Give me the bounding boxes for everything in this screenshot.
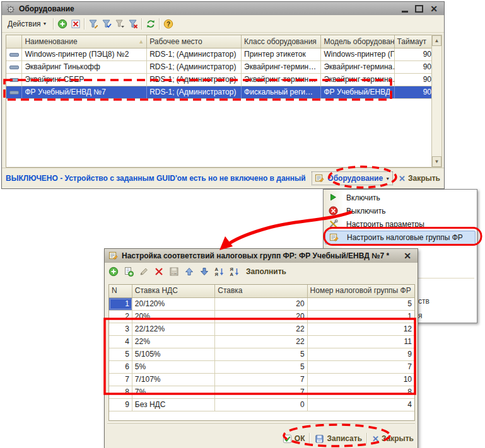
column-header-label: Номер налоговой группы ФР xyxy=(310,286,411,295)
tax-row[interactable]: 4 22% 22 11 xyxy=(109,336,414,348)
column-header-workplace[interactable]: Рабочее место xyxy=(147,35,242,48)
equipment-window: Оборудование ✕ Действия ▼ xyxy=(1,1,445,189)
scroll-up-icon[interactable]: ▲ xyxy=(432,35,441,46)
floppy-icon xyxy=(315,434,324,444)
refresh-icon[interactable] xyxy=(146,19,156,29)
move-up-icon[interactable] xyxy=(184,267,194,277)
close-window-button[interactable]: ✕ Закрыть xyxy=(399,174,440,183)
toolbar-separator xyxy=(159,18,160,30)
tax-row[interactable]: 3 22/122% 22 12 xyxy=(109,323,414,336)
column-header-vat-rate[interactable]: Ставка НДС xyxy=(132,285,215,297)
tax-row[interactable]: 1 20/120% 20 5 xyxy=(109,298,414,311)
filter-set-icon[interactable] xyxy=(102,19,112,29)
add-row-icon[interactable] xyxy=(108,267,119,277)
dialog-toolbar: ГОН АЯ ЯА Заполнить xyxy=(105,263,418,280)
end-edit-icon[interactable]: ГОН xyxy=(169,267,179,277)
ok-button-label: ОК xyxy=(295,434,305,443)
cell-timeout: 90 xyxy=(395,74,434,86)
edit-row-icon[interactable] xyxy=(139,267,149,277)
svg-text:?: ? xyxy=(166,20,170,27)
filter-sort-icon[interactable] xyxy=(88,19,98,29)
column-header-timeout[interactable]: Таймаут xyxy=(395,35,434,48)
column-header-label: Класс оборудования xyxy=(244,35,317,48)
tax-row[interactable]: 5 5/105% 5 9 xyxy=(109,348,414,361)
tax-row[interactable]: 2 20% 20 1 xyxy=(109,311,414,323)
dialog-buttons: ОК Записать ✕ Закрыть xyxy=(283,433,414,444)
tax-row[interactable]: 6 5% 5 7 xyxy=(109,361,414,374)
sort-ascending-icon[interactable]: АЯ xyxy=(214,267,225,277)
cell-n: 4 xyxy=(109,336,132,348)
cell-name: Эквайринг Тинькофф xyxy=(22,61,147,73)
menu-item-enable[interactable]: Включить xyxy=(325,191,476,204)
cell-tax-group: 11 xyxy=(308,336,414,348)
table-row-selected[interactable]: ФР Учебный/ЕНВД №7 RDS-1; (Администратор… xyxy=(6,86,434,99)
cell-rate: 0 xyxy=(215,399,307,411)
cell-vat-rate: 20/120% xyxy=(132,298,215,310)
menu-item-configure-params[interactable]: Настроить параметры xyxy=(325,217,476,231)
row-marker-cell xyxy=(6,86,22,98)
move-down-icon[interactable] xyxy=(199,267,209,277)
row-marker-cell xyxy=(6,74,22,86)
save-button[interactable]: Записать xyxy=(315,434,362,444)
column-header-label: Наименование xyxy=(25,35,77,48)
column-header-class[interactable]: Класс оборудования xyxy=(242,35,321,48)
cell-workplace: RDS-1; (Администратор) xyxy=(147,74,242,86)
actions-menu-button[interactable]: Действия ▼ xyxy=(5,18,50,30)
ok-button[interactable]: ОК xyxy=(283,434,305,444)
help-icon[interactable]: ? xyxy=(163,19,173,29)
column-header-rate[interactable]: Ставка xyxy=(215,285,307,297)
delete-row-icon[interactable] xyxy=(154,267,164,277)
menu-item-configure-tax-groups[interactable]: Настроить налоговые группы ФР xyxy=(325,231,476,244)
cell-class: Принтер этикеток xyxy=(242,49,321,60)
tax-row[interactable]: 8 7% 7 8 xyxy=(109,386,414,399)
cell-n: 5 xyxy=(109,348,132,360)
cell-n: 9 xyxy=(109,399,132,411)
minimize-icon[interactable] xyxy=(402,11,408,13)
column-header-label: Ставка НДС xyxy=(135,286,178,295)
dialog-close-button[interactable]: ✕ Закрыть xyxy=(372,434,414,444)
scroll-down-icon[interactable]: ▼ xyxy=(432,156,441,167)
cell-n: 2 xyxy=(109,311,132,323)
filter-history-icon[interactable] xyxy=(115,19,125,29)
column-header-marker[interactable] xyxy=(6,35,22,48)
column-header-tax-group[interactable]: Номер налоговой группы ФР xyxy=(308,285,414,297)
cell-name: Эквайринг СБЕР xyxy=(22,74,147,86)
dialog-close-icon[interactable]: ✕ xyxy=(404,251,411,260)
column-header-model[interactable]: Модель оборудован… xyxy=(321,35,394,48)
column-header-label: N xyxy=(112,286,117,295)
filter-clear-icon[interactable] xyxy=(128,19,138,29)
table-row[interactable]: Эквайринг СБЕР RDS-1; (Администратор) Эк… xyxy=(6,74,434,86)
fill-button[interactable]: Заполнить xyxy=(246,267,286,276)
cell-class: Фискальный реги… xyxy=(242,86,321,98)
cell-model: Эквайринг-термина… xyxy=(321,74,394,86)
cell-n: 8 xyxy=(109,386,132,398)
cell-name: ФР Учебный/ЕНВД №7 xyxy=(22,86,147,98)
copy-row-icon[interactable] xyxy=(124,267,134,277)
equipment-menu-button[interactable]: Оборудование ▼ xyxy=(312,171,393,185)
svg-text:ГОН: ГОН xyxy=(172,272,177,275)
maximize-icon[interactable] xyxy=(415,5,423,13)
equipment-window-titlebar: Оборудование ✕ xyxy=(2,2,444,15)
cell-rate: 5 xyxy=(215,361,307,373)
dialog-titlebar: Настройка соответствий налоговых групп Ф… xyxy=(105,249,418,263)
tax-groups-dialog: Настройка соответствий налоговых групп Ф… xyxy=(104,248,418,448)
tax-row[interactable]: 7 7/107% 7 10 xyxy=(109,374,414,386)
sort-descending-icon[interactable]: ЯА xyxy=(230,267,240,277)
vertical-scrollbar[interactable]: ▲ ▼ xyxy=(431,35,442,168)
button-separator xyxy=(309,433,310,444)
cell-workplace: RDS-1; (Администратор) xyxy=(147,86,242,98)
column-header-n[interactable]: N xyxy=(109,285,132,297)
window-title: Оборудование xyxy=(19,4,74,13)
record-mark-icon xyxy=(9,53,19,57)
cell-tax-group: 5 xyxy=(308,298,414,310)
column-header-name[interactable]: Наименование ▲ xyxy=(22,35,147,48)
add-icon[interactable] xyxy=(57,19,67,29)
cell-tax-group: 10 xyxy=(308,374,414,386)
tax-row[interactable]: 9 Без НДС 0 4 xyxy=(109,399,414,411)
cell-n: 3 xyxy=(109,323,132,335)
close-icon[interactable]: ✕ xyxy=(430,4,438,13)
table-row[interactable]: Windows-принтер (ПЭЦ8) №2 RDS-1; (Админи… xyxy=(6,49,434,61)
menu-item-disable[interactable]: Выключить xyxy=(325,204,476,217)
table-row[interactable]: Эквайринг Тинькофф RDS-1; (Администратор… xyxy=(6,61,434,74)
delete-icon[interactable] xyxy=(71,19,81,29)
